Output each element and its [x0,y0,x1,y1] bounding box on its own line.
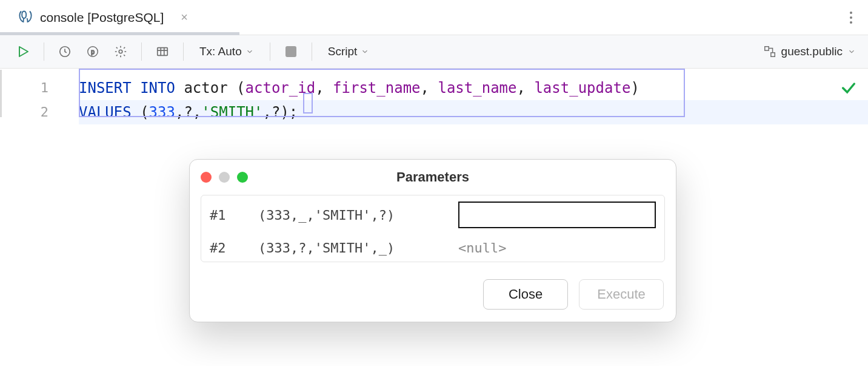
inspection-ok-icon[interactable] [840,80,857,97]
svg-rect-6 [764,47,768,50]
param-context: (333,?,'SMITH',_) [258,240,452,256]
svg-text:p: p [91,49,95,55]
execute-button[interactable]: Execute [579,279,664,310]
sql-editor[interactable]: 1 2 INSERT INTO actor (actor_id, first_n… [0,69,868,124]
tx-mode-label: Tx: Auto [199,45,242,58]
svg-marker-0 [19,47,28,56]
line-gutter: 1 2 [0,69,79,124]
param-context: (333,_,'SMITH',?) [258,208,452,223]
toolbar-divider [312,42,312,61]
svg-rect-7 [770,53,774,56]
parameters-table: #1 (333,_,'SMITH',?) #2 (333,?,'SMITH',_… [201,195,665,262]
run-button[interactable] [12,41,34,63]
tab-title: console [PostgreSQL] [40,10,164,25]
close-button[interactable]: Close [483,279,568,310]
tab-active-underline [0,32,239,35]
postgresql-icon [17,9,34,26]
schema-icon [763,45,776,58]
parameter-row[interactable]: #2 (333,?,'SMITH',_) <null> [201,234,664,262]
sql-toolbar: p Tx: Auto Script guest.public [0,35,868,69]
history-icon[interactable] [54,41,76,63]
param-value-input[interactable] [458,202,656,228]
settings-icon[interactable] [110,41,132,63]
line-number: 2 [0,100,48,124]
toolbar-divider [44,42,44,61]
toolbar-divider [183,42,184,61]
code-area[interactable]: INSERT INTO actor (actor_id, first_name,… [79,69,868,124]
chevron-down-icon [361,47,369,56]
gutter-change-marker [0,70,2,117]
code-line-1: INSERT INTO actor (actor_id, first_name,… [79,76,868,100]
line-number: 1 [0,76,48,100]
svg-point-4 [119,50,122,53]
schema-selector[interactable]: guest.public [763,45,856,58]
tab-console[interactable]: console [PostgreSQL] × [0,0,199,35]
chevron-down-icon [245,47,254,56]
param-value: <null> [458,240,656,256]
tx-mode-dropdown[interactable]: Tx: Auto [193,41,260,63]
chevron-down-icon [847,47,856,56]
editor-tabbar: console [PostgreSQL] × [0,0,868,35]
dialog-title: Parameters [190,169,676,185]
parameter-row[interactable]: #1 (333,_,'SMITH',?) [201,195,664,234]
more-menu-icon[interactable] [850,12,852,24]
close-icon[interactable]: × [181,10,188,24]
code-line-2: VALUES (333,?,'SMITH',?); [79,100,868,124]
schema-label: guest.public [781,45,843,58]
table-icon[interactable] [152,41,173,63]
plan-icon[interactable]: p [82,41,104,63]
output-mode-label: Script [328,45,358,58]
param-index: #2 [210,240,252,256]
parameters-dialog: Parameters #1 (333,_,'SMITH',?) #2 (333,… [189,159,676,322]
param-index: #1 [210,208,252,223]
stop-button[interactable] [280,41,302,63]
toolbar-divider [270,42,270,61]
toolbar-divider [141,42,142,61]
dialog-footer: Close Execute [190,269,676,322]
dialog-titlebar[interactable]: Parameters [190,160,676,195]
svg-rect-5 [158,48,168,56]
output-mode-dropdown[interactable]: Script [322,41,376,63]
